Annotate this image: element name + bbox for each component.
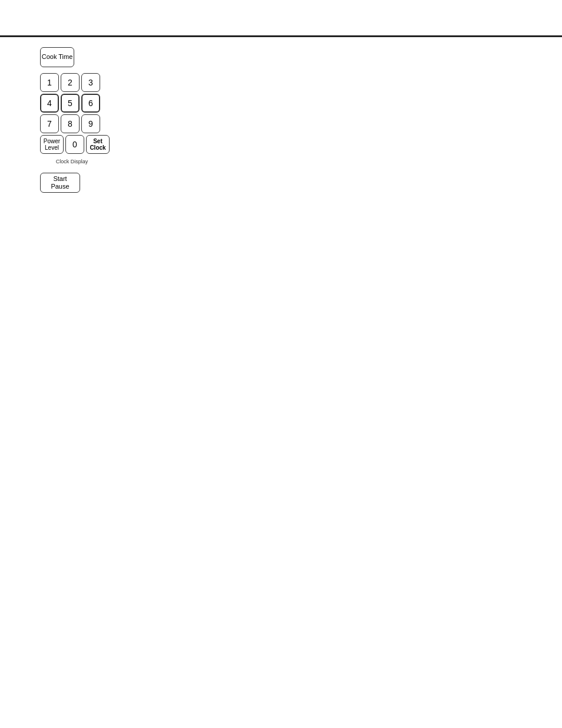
numpad-row-1: 1 2 3 xyxy=(40,73,110,92)
key-7-button[interactable]: 7 xyxy=(40,114,59,133)
start-pause-button[interactable]: StartPause xyxy=(40,173,80,193)
top-border xyxy=(0,35,562,37)
cook-time-button[interactable]: Cook Time xyxy=(40,47,74,67)
numpad-row-2: 4 5 6 xyxy=(40,94,110,113)
key-3-button[interactable]: 3 xyxy=(81,73,100,92)
clock-display-label: Clock Display xyxy=(40,159,104,164)
key-1-button[interactable]: 1 xyxy=(40,73,59,92)
key-9-button[interactable]: 9 xyxy=(81,114,100,133)
power-level-button[interactable]: PowerLevel xyxy=(40,135,64,154)
key-5-button[interactable]: 5 xyxy=(61,94,80,113)
numpad-row-3: 7 8 9 xyxy=(40,114,110,133)
key-4-button[interactable]: 4 xyxy=(40,94,59,113)
microwave-panel: Cook Time 1 2 3 4 5 6 7 8 9 PowerLevel 0… xyxy=(40,47,110,193)
key-2-button[interactable]: 2 xyxy=(61,73,80,92)
numpad-row-bottom: PowerLevel 0 SetClock xyxy=(40,135,110,154)
key-0-button[interactable]: 0 xyxy=(65,135,84,154)
set-clock-button[interactable]: SetClock xyxy=(86,135,110,154)
key-8-button[interactable]: 8 xyxy=(61,114,80,133)
key-6-button[interactable]: 6 xyxy=(81,94,100,113)
numpad: 1 2 3 4 5 6 7 8 9 PowerLevel 0 SetClock xyxy=(40,73,110,154)
